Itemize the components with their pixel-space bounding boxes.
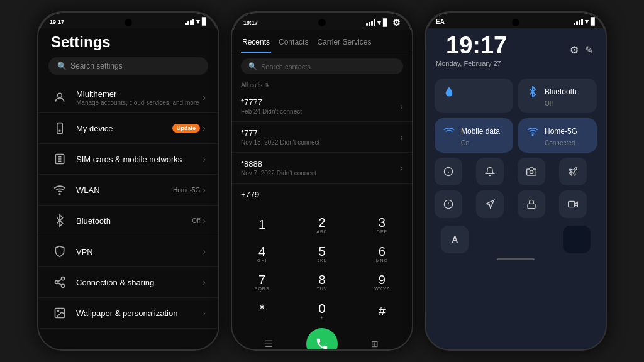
- edit-icon-control[interactable]: ✎: [585, 44, 593, 56]
- settings-item-bluetooth[interactable]: Bluetooth Off ›: [38, 206, 218, 236]
- control-tile-wifi[interactable]: Home-5G Connected: [518, 118, 597, 153]
- key-0[interactable]: 0 +: [292, 297, 352, 326]
- key-num-8: 8: [318, 273, 325, 286]
- svg-point-2: [59, 130, 60, 131]
- control-bottom-buttons: A: [426, 223, 606, 256]
- key-letters-9: WXYZ: [374, 287, 389, 291]
- settings-gear-icon[interactable]: ⚙: [392, 18, 401, 28]
- call-item-2[interactable]: *8888 Nov 7, 2022 Didn't connect ›: [232, 153, 412, 184]
- call-button[interactable]: [306, 328, 338, 351]
- chevron-icon: ›: [203, 308, 206, 318]
- bluetooth-tile-status: Off: [526, 100, 589, 107]
- key-3[interactable]: 3 DEF: [352, 211, 412, 239]
- wallpaper-icon: [51, 304, 69, 322]
- bluetooth-title: Bluetooth: [76, 216, 192, 226]
- dialer-search[interactable]: 🔍 Search contacts: [241, 58, 403, 74]
- wlan-right: Home-5G ›: [173, 185, 206, 195]
- svg-point-5: [62, 277, 65, 280]
- key-num-4: 4: [258, 245, 265, 258]
- bluetooth-value: Off: [192, 217, 200, 224]
- key-9[interactable]: 9 WXYZ: [352, 268, 412, 297]
- home-indicator: [497, 258, 535, 260]
- a-button[interactable]: A: [441, 226, 469, 253]
- dialpad-menu-btn[interactable]: ☰: [258, 332, 280, 351]
- key-letters-8: TUV: [316, 287, 327, 291]
- settings-item-sim[interactable]: SIM cards & mobile networks ›: [38, 144, 218, 175]
- status-icons-3: ▾ ▊: [574, 18, 596, 26]
- key-7[interactable]: 7 PQRS: [232, 268, 292, 297]
- wifi-tile-icon: [526, 124, 540, 138]
- mydevice-title: My device: [76, 124, 172, 133]
- control-time: 19:17: [436, 31, 517, 60]
- control-tile-droplet[interactable]: [435, 79, 513, 113]
- location-btn[interactable]: [476, 190, 504, 218]
- dark-tile[interactable]: [563, 226, 591, 253]
- video-btn[interactable]: [559, 190, 587, 218]
- call-item-0[interactable]: *7777 Feb 24 Didn't connect ›: [232, 91, 412, 122]
- sim-title: SIM cards & mobile networks: [76, 155, 203, 164]
- key-2[interactable]: 2 ABC: [292, 211, 352, 239]
- key-letters-2: ABC: [316, 229, 327, 234]
- key-6[interactable]: 6 MNO: [352, 239, 412, 268]
- key-letters-star: ,: [261, 315, 263, 320]
- svg-point-0: [58, 93, 62, 97]
- key-num-star: *: [260, 302, 265, 315]
- settings-item-wallpaper[interactable]: Wallpaper & personalization ›: [38, 298, 218, 329]
- airplane-btn[interactable]: [559, 158, 587, 185]
- settings-item-miuithemer[interactable]: Miuithemer Manage accounts, cloud servic…: [38, 82, 218, 113]
- settings-icon-control[interactable]: ⚙: [570, 44, 579, 56]
- key-hash[interactable]: #: [352, 297, 412, 326]
- settings-item-connection[interactable]: Connection & sharing ›: [38, 267, 218, 298]
- lock-btn[interactable]: [518, 190, 545, 218]
- call-item-1[interactable]: *777 Nov 13, 2022 Didn't connect ›: [232, 122, 412, 153]
- wallpaper-title: Wallpaper & personalization: [76, 309, 203, 318]
- info-btn[interactable]: [435, 158, 462, 185]
- key-star[interactable]: * ,: [232, 297, 292, 326]
- key-letters-5: JKL: [317, 258, 326, 263]
- wallpaper-content: Wallpaper & personalization: [76, 309, 203, 318]
- status-bar-2: 19:17 ▾ ▊ ⚙: [232, 13, 412, 30]
- wifi-tile-status: Connected: [526, 140, 589, 146]
- control-tile-bluetooth[interactable]: Bluetooth Off: [518, 79, 597, 113]
- tab-carrier[interactable]: Carrier Services: [316, 35, 372, 53]
- bell-btn[interactable]: [476, 158, 504, 185]
- key-4[interactable]: 4 GHI: [232, 239, 292, 268]
- sim-right: ›: [203, 154, 206, 164]
- key-5[interactable]: 5 JKL: [292, 239, 352, 268]
- vpn-title: VPN: [76, 247, 203, 256]
- key-letters-0: +: [320, 315, 323, 320]
- phone-dialer: 19:17 ▾ ▊ ⚙ Recents Contacts Carrier Ser…: [231, 11, 413, 351]
- status-bar-1: 19:17 ▾ ▊: [38, 13, 218, 28]
- eye-btn[interactable]: [435, 190, 462, 218]
- miuithemer-sub: Manage accounts, cloud services, and mor…: [76, 99, 203, 106]
- control-tile-mobiledata[interactable]: Mobile data On: [435, 118, 513, 153]
- connection-content: Connection & sharing: [76, 278, 203, 287]
- chevron-icon: ›: [203, 277, 206, 287]
- settings-title: Settings: [38, 28, 218, 57]
- tab-recents[interactable]: Recents: [241, 35, 271, 53]
- key-1[interactable]: 1: [232, 211, 292, 239]
- call-item-3[interactable]: +779: [232, 184, 412, 206]
- user-initials: EA: [436, 18, 445, 25]
- key-num-5: 5: [318, 245, 325, 258]
- settings-item-wlan[interactable]: WLAN Home-5G ›: [38, 175, 218, 206]
- settings-item-vpn[interactable]: VPN ›: [38, 236, 218, 267]
- settings-item-mydevice[interactable]: My device Update ›: [38, 113, 218, 144]
- camera-btn[interactable]: [518, 158, 545, 185]
- tab-contacts[interactable]: Contacts: [277, 35, 309, 53]
- empty-slot-2: [522, 226, 550, 253]
- dialpad-grid-btn[interactable]: ⊞: [364, 332, 386, 351]
- call-number-0: *7777: [241, 97, 302, 107]
- call-chevron-0: ›: [400, 101, 403, 111]
- control-icon-grid-1: [426, 158, 606, 190]
- control-grid: Bluetooth Off Mobile data: [426, 74, 606, 158]
- settings-search[interactable]: 🔍 Search settings: [48, 57, 208, 75]
- key-num-1: 1: [258, 218, 265, 231]
- key-8[interactable]: 8 TUV: [292, 268, 352, 297]
- key-num-3: 3: [379, 216, 386, 229]
- mydevice-right: Update ›: [172, 123, 206, 133]
- svg-point-10: [532, 134, 533, 136]
- control-date: Monday, February 27: [426, 60, 606, 74]
- svg-point-6: [55, 281, 58, 284]
- bluetooth-right: Off ›: [192, 216, 206, 226]
